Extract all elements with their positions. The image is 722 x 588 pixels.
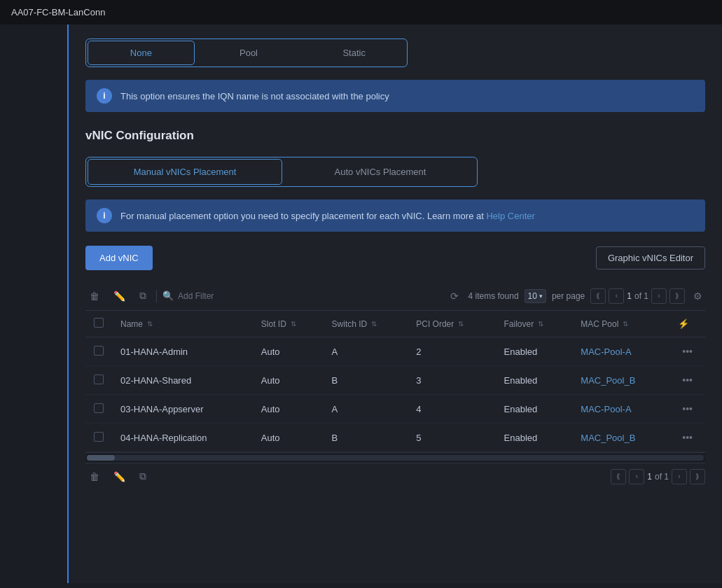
search-icon: 🔍 xyxy=(162,290,174,301)
bottom-prev-page-btn[interactable]: ‹ xyxy=(629,469,644,484)
pagination-controls: ⟪ ‹ 1 of 1 › ⟫ xyxy=(590,288,685,304)
bottom-page-of: of 1 xyxy=(655,472,669,482)
row-menu-btn-2[interactable]: ••• xyxy=(678,402,697,416)
bottom-edit-btn[interactable]: ✏️ xyxy=(109,468,130,485)
scrollbar-thumb[interactable] xyxy=(87,455,115,461)
row-checkbox-0[interactable] xyxy=(94,346,104,356)
bottom-next-page-btn[interactable]: › xyxy=(672,469,687,484)
per-page-select[interactable]: 10 ▾ xyxy=(525,289,546,303)
row-checkbox-3[interactable] xyxy=(94,432,104,442)
bottom-delete-btn[interactable]: 🗑 xyxy=(85,468,104,485)
select-all-checkbox[interactable] xyxy=(94,318,104,328)
row-checkbox-cell-1 xyxy=(85,366,112,395)
row-menu-btn-1[interactable]: ••• xyxy=(678,373,697,387)
row-checkbox-cell-3 xyxy=(85,424,112,452)
table-row: 03-HANA-Appserver Auto A 4 Enabled MAC-P… xyxy=(85,395,705,424)
placement-info-banner: i For manual placement option you need t… xyxy=(85,200,705,232)
mac-pool-link-3[interactable]: MAC_Pool_B xyxy=(581,433,635,443)
mac-pool-link-1[interactable]: MAC_Pool_B xyxy=(581,375,635,386)
filter-placeholder[interactable]: Add Filter xyxy=(178,291,214,301)
col-header-mac-pool: MAC Pool ⇅ xyxy=(572,311,669,337)
app-title: AA07-FC-BM-LanConn xyxy=(11,7,105,18)
toolbar-separator xyxy=(156,290,157,302)
row-actions-2: ••• xyxy=(669,395,705,424)
row-pci-1: 3 xyxy=(408,366,495,395)
edit-toolbar-btn[interactable]: ✏️ xyxy=(109,288,130,304)
row-switch-2: A xyxy=(324,395,408,424)
row-actions-0: ••• xyxy=(669,337,705,366)
next-page-btn[interactable]: › xyxy=(651,288,667,304)
sort-macpool-icon[interactable]: ⇅ xyxy=(623,320,628,328)
bottom-current-page: 1 xyxy=(647,472,652,482)
row-slot-0: Auto xyxy=(253,337,324,366)
toggle-pool-btn[interactable]: Pool xyxy=(196,39,302,66)
current-page: 1 xyxy=(627,291,632,301)
settings-icon-btn[interactable]: ⚙ xyxy=(690,288,705,304)
row-checkbox-2[interactable] xyxy=(94,403,104,413)
last-page-btn[interactable]: ⟫ xyxy=(669,288,685,304)
row-name-2: 03-HANA-Appserver xyxy=(112,395,253,424)
info-icon-1: i xyxy=(97,88,112,104)
row-slot-1: Auto xyxy=(253,366,324,395)
row-switch-1: B xyxy=(324,366,408,395)
refresh-btn[interactable]: ⟳ xyxy=(446,288,463,304)
vnic-section-title: vNIC Configuration xyxy=(85,129,705,143)
col-header-failover: Failover ⇅ xyxy=(496,311,573,337)
per-page-label: per page xyxy=(552,291,585,301)
table-body: 01-HANA-Admin Auto A 2 Enabled MAC-Pool-… xyxy=(85,337,705,452)
col-header-switch-id: Switch ID ⇅ xyxy=(324,311,408,337)
row-name-3: 04-HANA-Replication xyxy=(112,424,253,452)
table-row: 01-HANA-Admin Auto A 2 Enabled MAC-Pool-… xyxy=(85,337,705,366)
vnic-table: Name ⇅ Slot ID ⇅ Switch ID ⇅ xyxy=(85,311,705,452)
placement-info-text: For manual placement option you need to … xyxy=(120,211,535,221)
prev-page-btn[interactable]: ‹ xyxy=(609,288,624,304)
sort-name-icon[interactable]: ⇅ xyxy=(147,320,153,328)
row-failover-0: Enabled xyxy=(496,337,573,366)
row-pci-3: 5 xyxy=(408,424,495,452)
row-actions-3: ••• xyxy=(669,424,705,452)
chevron-down-icon: ▾ xyxy=(539,293,543,300)
sort-failover-icon[interactable]: ⇅ xyxy=(538,320,543,328)
delete-toolbar-btn[interactable]: 🗑 xyxy=(85,288,104,304)
help-center-link[interactable]: Help Center xyxy=(486,211,534,221)
row-slot-3: Auto xyxy=(253,424,324,452)
sort-switchid-icon[interactable]: ⇅ xyxy=(371,320,377,328)
sort-pciorder-icon[interactable]: ⇅ xyxy=(458,320,464,328)
bottom-left-icons: 🗑 ✏️ ⧉ xyxy=(85,468,151,485)
bottom-first-page-btn[interactable]: ⟪ xyxy=(611,469,626,484)
bottom-copy-btn[interactable]: ⧉ xyxy=(135,468,151,485)
copy-toolbar-btn[interactable]: ⧉ xyxy=(135,287,151,304)
iqn-info-text: This option ensures the IQN name is not … xyxy=(120,91,389,102)
table-row: 02-HANA-Shared Auto B 3 Enabled MAC_Pool… xyxy=(85,366,705,395)
row-menu-btn-0[interactable]: ••• xyxy=(678,344,697,358)
row-name-0: 01-HANA-Admin xyxy=(112,337,253,366)
graphic-editor-button[interactable]: Graphic vNICs Editor xyxy=(596,246,705,270)
placement-toggle-group: Manual vNICs Placement Auto vNICs Placem… xyxy=(85,157,478,187)
add-vnic-button[interactable]: Add vNIC xyxy=(85,246,153,270)
scrollbar-track xyxy=(87,455,704,461)
row-menu-btn-3[interactable]: ••• xyxy=(678,430,697,444)
row-switch-0: A xyxy=(324,337,408,366)
bottom-pagination: ⟪ ‹ 1 of 1 › ⟫ xyxy=(611,469,705,484)
bottom-last-page-btn[interactable]: ⟫ xyxy=(690,469,705,484)
row-pci-0: 2 xyxy=(408,337,495,366)
sidebar-strip xyxy=(0,24,69,583)
toggle-static-btn[interactable]: Static xyxy=(301,39,407,66)
iqn-info-banner: i This option ensures the IQN name is no… xyxy=(85,80,705,112)
mac-pool-link-2[interactable]: MAC-Pool-A xyxy=(581,404,631,414)
top-bar: AA07-FC-BM-LanConn xyxy=(0,0,722,24)
first-page-btn[interactable]: ⟪ xyxy=(590,288,606,304)
mac-pool-link-0[interactable]: MAC-Pool-A xyxy=(581,346,631,357)
table-row: 04-HANA-Replication Auto B 5 Enabled MAC… xyxy=(85,424,705,452)
search-container: 🔍 Add Filter xyxy=(162,290,440,301)
row-mac-pool-1: MAC_Pool_B xyxy=(572,366,669,395)
auto-placement-btn[interactable]: Auto vNICs Placement xyxy=(284,158,477,186)
action-bar: Add vNIC Graphic vNICs Editor xyxy=(85,246,705,270)
manual-placement-btn[interactable]: Manual vNICs Placement xyxy=(88,159,282,185)
page-of-label: of 1 xyxy=(634,291,648,301)
sort-slotid-icon[interactable]: ⇅ xyxy=(291,320,296,328)
toggle-none-btn[interactable]: None xyxy=(88,41,195,65)
horizontal-scrollbar[interactable] xyxy=(85,452,705,463)
row-name-1: 02-HANA-Shared xyxy=(112,366,253,395)
row-checkbox-1[interactable] xyxy=(94,374,104,384)
